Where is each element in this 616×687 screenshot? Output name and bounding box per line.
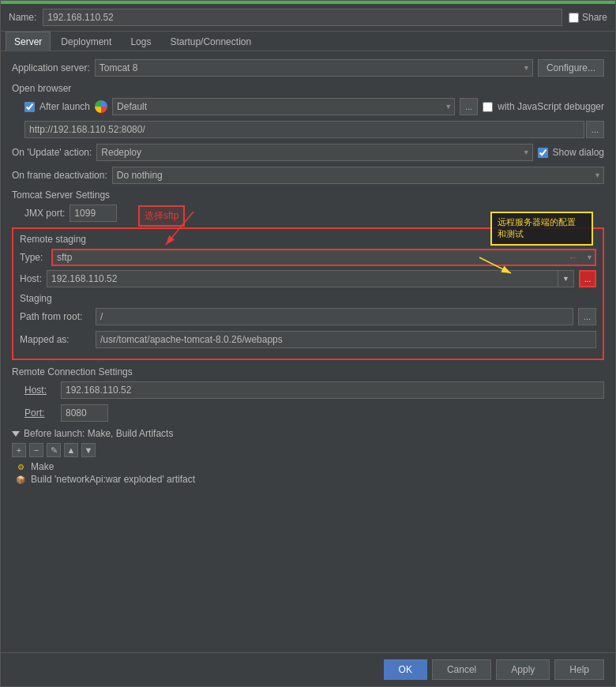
content-area: Application server: Tomcat 8 ▼ Configure…: [1, 51, 615, 652]
jmx-port-input[interactable]: [69, 205, 117, 222]
help-button[interactable]: Help: [554, 659, 604, 680]
browser-select-wrapper: Default ▼: [112, 98, 455, 115]
app-server-label: Application server:: [12, 62, 90, 73]
title-bar: Name: Share: [1, 4, 615, 32]
open-browser-label: Open browser: [12, 83, 604, 94]
on-frame-select-wrapper: Do nothing ▼: [112, 167, 604, 184]
on-frame-row: On frame deactivation: Do nothing ▼: [12, 167, 604, 184]
mapped-as-input[interactable]: [96, 331, 596, 348]
run-configuration-dialog: Name: Share Server Deployment Logs Start…: [0, 0, 616, 687]
share-label: Share: [582, 12, 607, 23]
on-update-select-wrapper: Redeploy ▼: [96, 144, 532, 161]
share-area: Share: [569, 12, 607, 23]
name-label: Name:: [9, 12, 36, 23]
after-launch-label: After launch: [39, 101, 90, 112]
browser-more-button[interactable]: ...: [460, 98, 478, 115]
rc-port-input[interactable]: [61, 404, 108, 422]
app-server-row: Application server: Tomcat 8 ▼ Configure…: [12, 59, 604, 77]
artifact-label: Build 'networkApi:war exploded' artifact: [31, 474, 195, 485]
url-more-button[interactable]: ...: [586, 121, 604, 138]
on-update-row: On 'Update' action: Redeploy ▼ Show dial…: [12, 144, 604, 161]
make-label: Make: [31, 461, 54, 472]
make-item: ⚙ Make: [12, 460, 604, 473]
remote-config-annotation: 远程服务器端的配置 和测试: [490, 212, 593, 246]
host-input[interactable]: [47, 270, 558, 287]
before-launch-toolbar: + − ✎ ▲ ▼: [12, 443, 604, 457]
url-row: ...: [24, 121, 604, 138]
apply-button[interactable]: Apply: [496, 659, 550, 680]
on-update-select[interactable]: Redeploy: [96, 144, 532, 161]
host-dropdown-btn[interactable]: ▼: [558, 270, 574, 287]
type-label: Type:: [20, 252, 51, 263]
name-input[interactable]: [43, 9, 562, 26]
path-dots-button[interactable]: ...: [578, 308, 596, 325]
show-dialog-checkbox[interactable]: [538, 148, 548, 158]
staging-sublabel: Staging: [20, 293, 596, 304]
tomcat-settings-label: Tomcat Server Settings: [12, 190, 604, 201]
sftp-annotation: 选择sftp: [138, 205, 185, 227]
add-button[interactable]: +: [12, 443, 26, 457]
path-from-root-row: Path from root: ...: [20, 308, 596, 325]
mapped-as-label: Mapped as:: [20, 334, 91, 345]
tab-bar: Server Deployment Logs Startup/Connectio…: [1, 32, 615, 51]
type-select-wrapper: sftp ← ▼: [51, 249, 596, 266]
type-select[interactable]: sftp: [51, 249, 596, 266]
path-from-root-input[interactable]: [96, 308, 573, 325]
rc-host-label: Host:: [24, 385, 56, 396]
google-browser-icon: [95, 100, 107, 113]
app-server-select[interactable]: Tomcat 8: [95, 59, 533, 77]
remote-connection-fields: Host: Port:: [12, 381, 604, 422]
type-row: Type: sftp ← ▼: [20, 249, 596, 266]
app-server-select-wrapper: Tomcat 8 ▼: [95, 59, 533, 77]
tab-deployment[interactable]: Deployment: [52, 32, 120, 51]
jmx-port-label: JMX port:: [24, 208, 65, 219]
on-update-label: On 'Update' action:: [12, 147, 92, 158]
before-launch-header: Before launch: Make, Build Artifacts: [12, 428, 604, 439]
show-dialog-label: Show dialog: [553, 147, 604, 158]
remote-staging-box: Remote staging Type: sftp ← ▼ Host:: [12, 227, 604, 360]
js-debugger-checkbox[interactable]: [483, 102, 493, 112]
rc-port-row: Port:: [24, 404, 604, 422]
on-frame-select[interactable]: Do nothing: [112, 167, 604, 184]
move-up-button[interactable]: ▲: [64, 443, 78, 457]
remote-connection-label: Remote Connection Settings: [12, 366, 604, 377]
mapped-as-row: Mapped as:: [20, 331, 596, 348]
remote-staging-section: 选择sftp 远程服务器端的配置 和测试 Remote staging Type…: [12, 227, 604, 360]
before-launch-toggle[interactable]: [12, 431, 20, 437]
rc-port-label: Port:: [24, 407, 56, 419]
host-row: Host: ▼ ...: [20, 270, 596, 287]
browser-select[interactable]: Default: [112, 98, 455, 115]
on-frame-label: On frame deactivation:: [12, 170, 107, 181]
cancel-button[interactable]: Cancel: [432, 659, 491, 680]
host-input-wrapper: ▼: [47, 270, 574, 287]
edit-button[interactable]: ✎: [47, 443, 61, 457]
url-input[interactable]: [24, 121, 584, 138]
artifact-item: 📦 Build 'networkApi:war exploded' artifa…: [12, 473, 604, 486]
ok-button[interactable]: OK: [384, 659, 427, 680]
rc-host-input[interactable]: [61, 381, 604, 399]
artifact-icon: 📦: [15, 474, 26, 485]
rc-host-row: Host:: [24, 381, 604, 399]
js-debugger-label: with JavaScript debugger: [498, 101, 604, 112]
before-launch-section: Before launch: Make, Build Artifacts + −…: [12, 428, 604, 486]
tab-logs[interactable]: Logs: [122, 32, 160, 51]
remove-button[interactable]: −: [29, 443, 43, 457]
path-from-root-label: Path from root:: [20, 311, 91, 322]
move-down-button[interactable]: ▼: [81, 443, 96, 457]
host-label: Host:: [20, 273, 42, 284]
before-launch-label: Before launch: Make, Build Artifacts: [24, 428, 173, 439]
share-checkbox[interactable]: [569, 13, 579, 23]
bottom-bar: OK Cancel Apply Help: [1, 652, 615, 686]
after-launch-checkbox[interactable]: [24, 102, 35, 112]
configure-button[interactable]: Configure...: [538, 59, 604, 77]
after-launch-row: After launch Default ▼ ... with JavaScri…: [24, 98, 604, 115]
tab-startup-connection[interactable]: Startup/Connection: [161, 32, 260, 51]
make-icon: ⚙: [15, 461, 26, 472]
tab-server[interactable]: Server: [6, 32, 51, 51]
host-red-action-btn[interactable]: ...: [579, 270, 596, 287]
